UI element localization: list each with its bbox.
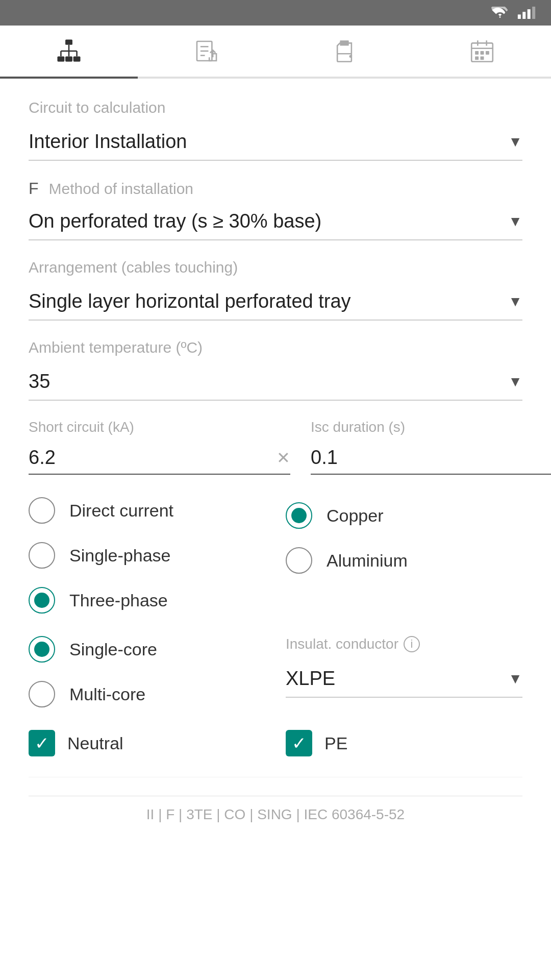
method-dropdown[interactable]: On perforated tray (s ≥ 30% base) ▼ <box>29 203 522 240</box>
pe-checkbox-box: ✓ <box>286 730 312 756</box>
arrangement-chevron-icon: ▼ <box>508 293 522 310</box>
three-phase-radio-inner <box>34 593 49 608</box>
short-circuit-group: Short circuit (kA) ✕ <box>29 419 290 475</box>
neutral-label: Neutral <box>67 733 123 753</box>
top-nav <box>0 26 551 79</box>
radio-three-phase[interactable]: Three-phase <box>29 587 265 614</box>
direct-current-radio-outer <box>29 497 55 524</box>
svg-rect-2 <box>528 9 531 19</box>
single-core-label: Single-core <box>69 640 157 659</box>
svg-rect-4 <box>65 39 72 44</box>
radio-aluminium[interactable]: Aluminium <box>286 547 522 574</box>
svg-rect-5 <box>57 56 64 61</box>
tab-calendar[interactable] <box>413 38 551 77</box>
insul-dropdown[interactable]: XLPE ▼ <box>286 660 522 698</box>
three-phase-label: Three-phase <box>69 591 168 610</box>
radio-single-core[interactable]: Single-core <box>29 636 265 663</box>
isc-duration-group: Isc duration (s) ✕ <box>311 419 551 475</box>
insul-value: XLPE <box>286 668 335 690</box>
insul-label-text: Insulat. conductor <box>286 636 398 652</box>
circuit-dropdown[interactable]: Interior Installation ▼ <box>29 124 522 161</box>
neutral-check-icon: ✓ <box>35 733 49 753</box>
circuit-label: Circuit to calculation <box>29 99 522 116</box>
svg-rect-6 <box>65 56 72 61</box>
svg-rect-18 <box>340 40 348 45</box>
svg-rect-7 <box>73 56 81 61</box>
method-code: F <box>29 179 39 198</box>
isc-duration-label: Isc duration (s) <box>311 419 551 435</box>
current-type-col: Direct current Single-phase Three-phase <box>29 497 265 614</box>
single-phase-label: Single-phase <box>69 546 170 566</box>
svg-rect-28 <box>481 56 484 60</box>
core-type-col: Single-core Multi-core <box>29 636 265 707</box>
svg-rect-26 <box>486 51 489 55</box>
main-content: Circuit to calculation Interior Installa… <box>0 79 551 864</box>
single-core-radio-outer <box>29 636 55 663</box>
three-phase-radio-outer <box>29 587 55 614</box>
method-chevron-icon: ▼ <box>508 213 522 230</box>
print-icon <box>331 38 358 64</box>
checkbox-neutral[interactable]: ✓ Neutral <box>29 730 265 756</box>
import-icon <box>193 38 220 64</box>
single-core-radio-inner <box>34 642 49 657</box>
short-circuit-label: Short circuit (kA) <box>29 419 290 435</box>
single-phase-radio-outer <box>29 542 55 569</box>
method-row: F Method of installation <box>29 179 522 198</box>
wifi-icon <box>491 7 509 19</box>
arrangement-value: Single layer horizontal perforated tray <box>29 290 351 312</box>
direct-current-label: Direct current <box>69 501 173 521</box>
copper-radio-outer <box>286 502 312 529</box>
checkbox-pe[interactable]: ✓ PE <box>286 730 522 756</box>
footer-text: II | F | 3TE | CO | SING | IEC 60364-5-5… <box>29 796 522 843</box>
radio-multi-core[interactable]: Multi-core <box>29 681 265 707</box>
radio-direct-current[interactable]: Direct current <box>29 497 265 524</box>
conductor-type-col: Copper Aluminium <box>286 497 522 614</box>
multi-core-label: Multi-core <box>69 684 145 704</box>
radio-single-phase[interactable]: Single-phase <box>29 542 265 569</box>
short-circuit-input[interactable] <box>29 447 270 469</box>
calendar-icon <box>469 38 495 64</box>
tab-hierarchy[interactable] <box>0 38 138 77</box>
footer-divider <box>29 777 522 777</box>
isc-duration-input[interactable] <box>311 447 551 469</box>
pe-check-icon: ✓ <box>292 733 306 753</box>
svg-rect-3 <box>532 7 535 19</box>
method-label: Method of installation <box>49 180 194 198</box>
circuit-chevron-icon: ▼ <box>508 134 522 150</box>
insul-info-icon[interactable]: i <box>404 636 420 652</box>
arrangement-dropdown[interactable]: Single layer horizontal perforated tray … <box>29 283 522 321</box>
circuit-value: Interior Installation <box>29 131 187 153</box>
svg-rect-17 <box>337 54 352 62</box>
insul-label-row: Insulat. conductor i <box>286 636 522 652</box>
pe-label: PE <box>324 733 347 753</box>
svg-rect-24 <box>475 51 479 55</box>
aluminium-label: Aluminium <box>327 551 408 571</box>
signal-icon <box>517 7 536 19</box>
insul-chevron-icon: ▼ <box>508 671 522 687</box>
copper-radio-inner <box>291 508 307 523</box>
checkbox-section: ✓ Neutral ✓ PE <box>29 730 522 756</box>
isc-duration-field[interactable]: ✕ <box>311 442 551 475</box>
tab-print[interactable] <box>276 38 413 77</box>
insulation-col: Insulat. conductor i XLPE ▼ <box>286 636 522 698</box>
svg-rect-0 <box>518 14 521 19</box>
svg-point-19 <box>349 55 352 58</box>
radio-copper[interactable]: Copper <box>286 502 522 529</box>
svg-rect-25 <box>481 51 484 55</box>
ambient-temp-dropdown[interactable]: 35 ▼ <box>29 363 522 401</box>
status-bar <box>0 0 551 26</box>
short-circuit-clear-icon[interactable]: ✕ <box>277 448 290 468</box>
ambient-temp-value: 35 <box>29 371 50 393</box>
core-insul-section: Single-core Multi-core Insulat. conducto… <box>29 636 522 707</box>
method-value: On perforated tray (s ≥ 30% base) <box>29 210 321 232</box>
short-circuit-field[interactable]: ✕ <box>29 442 290 475</box>
svg-rect-1 <box>522 12 525 19</box>
multi-core-radio-outer <box>29 681 55 707</box>
neutral-checkbox-box: ✓ <box>29 730 55 756</box>
aluminium-radio-outer <box>286 547 312 574</box>
ambient-temp-label: Ambient temperature (ºC) <box>29 339 522 356</box>
tab-import[interactable] <box>138 38 276 77</box>
arrangement-label: Arrangement (cables touching) <box>29 259 522 276</box>
input-row: Short circuit (kA) ✕ Isc duration (s) ✕ <box>29 419 522 475</box>
ambient-temp-chevron-icon: ▼ <box>508 374 522 390</box>
